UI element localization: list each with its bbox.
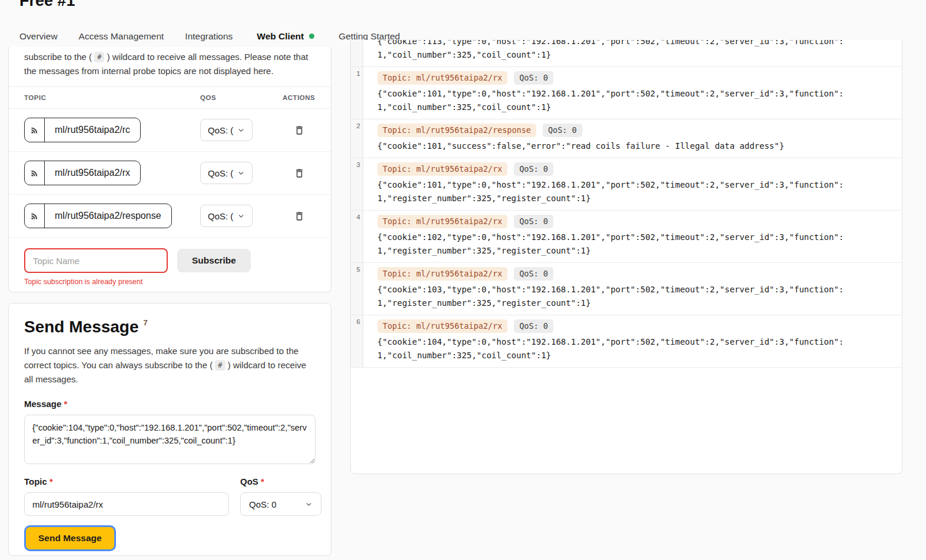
chevron-down-icon: [305, 501, 313, 508]
qos-dropdown[interactable]: QoS: (: [200, 119, 253, 141]
log-line-number: [351, 40, 363, 66]
required-asterisk: *: [64, 399, 68, 409]
message-log-panel: {"cookie":113,"type":0,"host":"192.168.1…: [350, 40, 902, 474]
topic-name-input[interactable]: [24, 248, 168, 273]
intro-text-before: subscribe to the (: [24, 52, 92, 62]
topic-badge: Topic: ml/rut956taipa2/rx: [377, 215, 507, 228]
log-entry-content: Topic: ml/rut956taipa2/rx QoS: 0 {"cooki…: [363, 263, 902, 315]
send-message-heading-text: Send Message: [24, 318, 139, 336]
subscription-row: ml/rut956taipa2/response QoS: (: [9, 195, 331, 238]
delete-subscription-button[interactable]: [294, 211, 305, 222]
log-entry-content: Topic: ml/rut956taipa2/response QoS: 0 {…: [363, 119, 902, 158]
send-qos-select[interactable]: QoS: 0: [240, 492, 321, 516]
qos-select-value: QoS: (: [208, 125, 233, 135]
log-badge-row: Topic: ml/rut956taipa2/rx QoS: 0: [377, 215, 889, 228]
rss-icon: [30, 212, 39, 221]
subscription-row: ml/rut956taipa2/rc QoS: (: [9, 109, 331, 152]
topic-chip-label: ml/rut956taipa2/rc: [45, 118, 140, 142]
subscribed-topic-chip: ml/rut956taipa2/response: [24, 204, 172, 228]
qos-dropdown[interactable]: QoS: (: [200, 205, 253, 227]
log-badge-row: Topic: ml/rut956taipa2/rx QoS: 0: [377, 319, 889, 333]
send-topic-input[interactable]: [24, 492, 229, 516]
rss-icon: [30, 126, 39, 135]
topic-badge: Topic: ml/rut956taipa2/rx: [377, 319, 507, 333]
qos-badge: QoS: 0: [514, 319, 553, 333]
log-entry-content: Topic: ml/rut956taipa2/rx QoS: 0 {"cooki…: [363, 67, 902, 119]
topic-chip-label: ml/rut956taipa2/rx: [45, 161, 140, 185]
log-payload: {"cookie":101,"success":false,"error":"r…: [377, 139, 851, 153]
subscription-icon-cell: [25, 204, 45, 228]
chevron-down-icon: [237, 212, 245, 220]
web-client-page: Free #1 OverviewAccess ManagementIntegra…: [0, 0, 926, 560]
log-entry: 5 Topic: ml/rut956taipa2/rx QoS: 0 {"coo…: [351, 263, 902, 315]
log-payload: {"cookie":101,"type":0,"host":"192.168.1…: [377, 87, 851, 114]
subscription-icon-cell: [25, 161, 45, 185]
qos-badge: QoS: 0: [514, 162, 553, 176]
log-entry-content: Topic: ml/rut956taipa2/rx QoS: 0 {"cooki…: [363, 211, 902, 262]
message-field-label: Message *: [24, 398, 316, 410]
subscriptions-table: TOPIC QOS ACTIONS ml/rut956taipa2/rc QoS…: [9, 86, 331, 238]
log-line-number: 2: [351, 119, 363, 158]
message-textarea[interactable]: {"cookie":104,"type":0,"host":"192.168.1…: [24, 415, 316, 464]
send-message-heading: Send Message7: [24, 313, 316, 337]
delete-subscription-button[interactable]: [294, 168, 305, 179]
message-log-entries: {"cookie":113,"type":0,"host":"192.168.1…: [351, 40, 902, 368]
log-badge-row: Topic: ml/rut956taipa2/rx QoS: 0: [377, 267, 889, 281]
log-payload: {"cookie":104,"type":0,"host":"192.168.1…: [377, 335, 851, 362]
tab-label: Access Management: [79, 31, 164, 42]
subscriptions-panel: subscribe to the ( # ) wildcard to recei…: [8, 47, 331, 292]
qos-badge: QoS: 0: [514, 71, 553, 85]
qos-select-value: QoS: (: [208, 211, 233, 221]
log-payload: {"cookie":103,"type":0,"host":"192.168.1…: [377, 283, 851, 310]
trash-icon: [294, 211, 305, 222]
tab-label: Overview: [19, 31, 58, 42]
subscribe-form: Subscribe: [9, 238, 331, 273]
required-asterisk: *: [261, 476, 264, 486]
connected-status-dot: [309, 34, 314, 39]
log-entry: 6 Topic: ml/rut956taipa2/rx QoS: 0 {"coo…: [351, 315, 902, 368]
subscription-icon-cell: [25, 118, 45, 142]
log-entry: 4 Topic: ml/rut956taipa2/rx QoS: 0 {"coo…: [351, 211, 902, 263]
log-entry: 1 Topic: ml/rut956taipa2/rx QoS: 0 {"coo…: [351, 67, 902, 119]
qos-field-label: QoS *: [240, 476, 321, 488]
qos-badge: QoS: 0: [543, 124, 582, 137]
subscribed-topic-chip: ml/rut956taipa2/rc: [24, 118, 141, 142]
send-message-button[interactable]: Send Message: [24, 525, 116, 551]
log-payload: {"cookie":113,"type":0,"host":"192.168.1…: [377, 40, 851, 62]
qos-select-value: QoS: (: [208, 168, 233, 178]
qos-label-text: QoS: [240, 476, 258, 486]
hash-wildcard-chip: #: [215, 360, 225, 371]
col-header-qos: QOS: [200, 94, 283, 101]
subscriptions-table-header: TOPIC QOS ACTIONS: [9, 86, 331, 109]
send-topic-qos-row: Topic * QoS * QoS: 0: [24, 476, 316, 516]
send-message-panel: Send Message7 If you cannot see any mess…: [8, 303, 331, 556]
trash-icon: [294, 168, 305, 179]
col-header-topic: TOPIC: [24, 94, 200, 101]
subscription-row: ml/rut956taipa2/rx QoS: (: [9, 152, 331, 195]
log-entry: 3 Topic: ml/rut956taipa2/rx QoS: 0 {"coo…: [351, 158, 902, 211]
trash-icon: [294, 125, 305, 136]
send-message-description: If you cannot see any messages, make sur…: [24, 344, 316, 386]
required-asterisk: *: [49, 476, 53, 486]
qos-badge: QoS: 0: [514, 215, 553, 228]
log-line-number: 3: [351, 158, 363, 210]
tab-label: Web Client: [257, 31, 304, 42]
page-title: Free #1: [19, 0, 75, 10]
delete-subscription-button[interactable]: [294, 125, 305, 136]
send-message-doc-superscript[interactable]: 7: [144, 318, 148, 327]
chevron-down-icon: [237, 126, 245, 134]
subscriptions-intro: subscribe to the ( # ) wildcard to recei…: [9, 47, 331, 78]
subscription-rows: ml/rut956taipa2/rc QoS: ( ml/rut956taipa…: [9, 109, 331, 238]
log-badge-row: Topic: ml/rut956taipa2/response QoS: 0: [377, 124, 889, 137]
subscribe-button[interactable]: Subscribe: [177, 249, 251, 272]
log-entry: 2 Topic: ml/rut956taipa2/response QoS: 0…: [351, 119, 902, 158]
topic-badge: Topic: ml/rut956taipa2/response: [377, 124, 536, 137]
topic-field-label: Topic *: [24, 476, 229, 488]
qos-dropdown[interactable]: QoS: (: [200, 162, 253, 184]
log-badge-row: Topic: ml/rut956taipa2/rx QoS: 0: [377, 162, 889, 176]
log-entry-content: Topic: ml/rut956taipa2/rx QoS: 0 {"cooki…: [363, 315, 902, 367]
topic-badge: Topic: ml/rut956taipa2/rx: [377, 162, 507, 176]
topic-chip-label: ml/rut956taipa2/response: [45, 204, 171, 228]
log-badge-row: Topic: ml/rut956taipa2/rx QoS: 0: [377, 71, 889, 85]
qos-badge: QoS: 0: [514, 267, 553, 281]
